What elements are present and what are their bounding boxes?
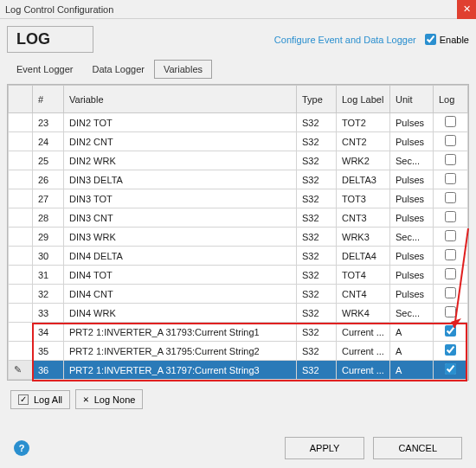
row-type: S32 bbox=[297, 208, 337, 228]
row-type: S32 bbox=[297, 247, 337, 266]
row-variable: DIN3 DELTA bbox=[64, 170, 297, 189]
row-variable: PRT2 1:INVERTER_A 31793:Current String1 bbox=[64, 323, 297, 342]
row-unit: Pulses bbox=[390, 285, 434, 304]
log-name-field[interactable]: LOG bbox=[7, 26, 93, 53]
row-variable: DIN3 CNT bbox=[64, 208, 297, 228]
table-row[interactable]: 23DIN2 TOTS32TOT2Pulses bbox=[9, 113, 468, 132]
title-bar: Log Control Configuration ✕ bbox=[0, 0, 476, 19]
tab-event-logger[interactable]: Event Logger bbox=[7, 60, 82, 79]
table-row[interactable]: 33DIN4 WRKS32WRK4Sec... bbox=[9, 304, 468, 323]
table-row[interactable]: ✎36PRT2 1:INVERTER_A 31797:Current Strin… bbox=[9, 361, 468, 380]
table-row[interactable]: 29DIN3 WRKS32WRK3Sec... bbox=[9, 228, 468, 247]
col-number[interactable]: # bbox=[33, 86, 64, 113]
table-row[interactable]: 25DIN2 WRKS32WRK2Sec... bbox=[9, 151, 468, 170]
apply-button[interactable]: APPLY bbox=[285, 437, 365, 459]
col-log[interactable]: Log bbox=[434, 86, 468, 113]
row-log-checkbox[interactable] bbox=[445, 135, 456, 146]
row-label: WRK2 bbox=[337, 151, 390, 170]
log-all-button[interactable]: ✓ Log All bbox=[10, 390, 70, 409]
variables-table: # Variable Type Log Label Unit Log 23DIN… bbox=[8, 85, 468, 380]
configure-logger-link[interactable]: Configure Event and Data Logger bbox=[274, 35, 416, 45]
table-row[interactable]: 32DIN4 CNTS32CNT4Pulses bbox=[9, 285, 468, 304]
row-unit: Pulses bbox=[390, 189, 434, 208]
row-marker bbox=[9, 228, 33, 247]
row-log-checkbox[interactable] bbox=[445, 249, 456, 260]
col-type[interactable]: Type bbox=[297, 86, 337, 113]
row-label: CNT4 bbox=[337, 285, 390, 304]
row-unit: A bbox=[390, 323, 434, 342]
row-type: S32 bbox=[297, 132, 337, 151]
table-row[interactable]: 26DIN3 DELTAS32DELTA3Pulses bbox=[9, 170, 468, 189]
col-unit[interactable]: Unit bbox=[390, 86, 434, 113]
row-log-checkbox[interactable] bbox=[445, 154, 456, 165]
row-number: 25 bbox=[33, 151, 64, 170]
row-log-checkbox[interactable] bbox=[445, 173, 456, 184]
row-variable: DIN4 DELTA bbox=[64, 247, 297, 266]
row-marker bbox=[9, 132, 33, 151]
row-variable: DIN4 CNT bbox=[64, 285, 297, 304]
row-marker bbox=[9, 304, 33, 323]
table-row[interactable]: 34PRT2 1:INVERTER_A 31793:Current String… bbox=[9, 323, 468, 342]
row-log-checkbox[interactable] bbox=[445, 192, 456, 203]
row-variable: DIN4 WRK bbox=[64, 304, 297, 323]
row-log-checkbox[interactable] bbox=[445, 211, 456, 222]
cancel-button[interactable]: CANCEL bbox=[373, 437, 462, 459]
row-log-checkbox[interactable] bbox=[445, 268, 456, 279]
row-variable: DIN2 WRK bbox=[64, 151, 297, 170]
row-log-checkbox[interactable] bbox=[445, 306, 456, 317]
row-label: WRK4 bbox=[337, 304, 390, 323]
row-number: 35 bbox=[33, 342, 64, 361]
row-log bbox=[434, 113, 468, 132]
row-marker bbox=[9, 266, 33, 285]
row-log-checkbox[interactable] bbox=[445, 287, 456, 298]
check-icon: ✓ bbox=[18, 394, 29, 405]
row-type: S32 bbox=[297, 304, 337, 323]
row-log bbox=[434, 285, 468, 304]
row-unit: Sec... bbox=[390, 228, 434, 247]
row-marker bbox=[9, 189, 33, 208]
table-row[interactable]: 24DIN2 CNTS32CNT2Pulses bbox=[9, 132, 468, 151]
tab-data-logger[interactable]: Data Logger bbox=[82, 60, 154, 79]
row-number: 32 bbox=[33, 285, 64, 304]
row-log bbox=[434, 323, 468, 342]
row-number: 36 bbox=[33, 361, 64, 380]
table-row[interactable]: 35PRT2 1:INVERTER_A 31795:Current String… bbox=[9, 342, 468, 361]
row-type: S32 bbox=[297, 113, 337, 132]
variables-table-area: # Variable Type Log Label Unit Log 23DIN… bbox=[7, 84, 469, 381]
row-log bbox=[434, 247, 468, 266]
table-row[interactable]: 30DIN4 DELTAS32DELTA4Pulses bbox=[9, 247, 468, 266]
cross-icon: ✕ bbox=[83, 394, 89, 405]
row-number: 31 bbox=[33, 266, 64, 285]
row-label: Current ... bbox=[337, 342, 390, 361]
row-unit: Pulses bbox=[390, 170, 434, 189]
enable-checkbox-wrap[interactable]: Enable bbox=[425, 34, 469, 45]
row-log-checkbox[interactable] bbox=[445, 344, 456, 356]
row-log bbox=[434, 361, 468, 380]
table-row[interactable]: 27DIN3 TOTS32TOT3Pulses bbox=[9, 189, 468, 208]
row-unit: A bbox=[390, 342, 434, 361]
row-unit: Pulses bbox=[390, 208, 434, 228]
log-none-button[interactable]: ✕ Log None bbox=[75, 389, 143, 409]
row-label: Current ... bbox=[337, 323, 390, 342]
table-row[interactable]: 31DIN4 TOTS32TOT4Pulses bbox=[9, 266, 468, 285]
row-log-checkbox[interactable] bbox=[445, 325, 456, 337]
row-unit: Pulses bbox=[390, 113, 434, 132]
row-type: S32 bbox=[297, 361, 337, 380]
col-log-label[interactable]: Log Label bbox=[337, 86, 390, 113]
table-row[interactable]: 28DIN3 CNTS32CNT3Pulses bbox=[9, 208, 468, 228]
close-button[interactable]: ✕ bbox=[457, 0, 476, 19]
col-marker bbox=[9, 86, 33, 113]
row-type: S32 bbox=[297, 170, 337, 189]
row-number: 23 bbox=[33, 113, 64, 132]
row-log-checkbox[interactable] bbox=[445, 363, 456, 375]
log-none-label: Log None bbox=[94, 394, 136, 405]
help-button[interactable]: ? bbox=[14, 440, 29, 456]
tab-variables[interactable]: Variables bbox=[154, 60, 212, 79]
col-variable[interactable]: Variable bbox=[64, 86, 297, 113]
row-log bbox=[434, 228, 468, 247]
row-log-checkbox[interactable] bbox=[445, 230, 456, 241]
row-log-checkbox[interactable] bbox=[445, 116, 456, 127]
row-number: 29 bbox=[33, 228, 64, 247]
window-title: Log Control Configuration bbox=[5, 4, 113, 15]
enable-checkbox[interactable] bbox=[425, 34, 436, 45]
